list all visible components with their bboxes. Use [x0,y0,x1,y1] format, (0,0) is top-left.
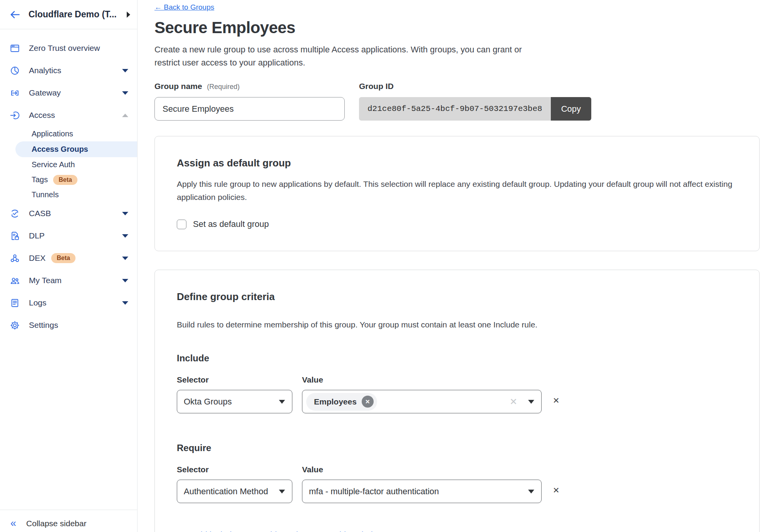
remove-require-rule-icon[interactable]: ✕ [553,486,560,494]
chevron-right-icon[interactable] [127,12,130,18]
include-selector-dropdown[interactable]: Okta Groups [177,390,292,413]
include-heading: Include [177,353,737,364]
beta-badge: Beta [53,175,77,185]
sidebar-item-tunnels[interactable]: Tunnels [0,187,137,202]
require-value-label: Value [302,465,542,474]
chevron-down-icon [528,490,534,493]
pie-chart-icon [10,65,20,76]
chevron-down-icon [528,400,534,404]
gear-icon [10,320,20,331]
sidebar-item-label: Logs [29,298,113,307]
add-require-link[interactable]: + Add require [255,530,305,532]
criteria-body: Build rules to determine membership of t… [177,318,737,331]
sidebar-item-settings[interactable]: Settings [0,314,137,336]
sidebar-item-label: Gateway [29,88,113,97]
page-description: Create a new rule group to use across mu… [154,43,536,69]
sidebar-nav: Zero Trust overview Analytics Gateway Ac… [0,29,137,510]
group-name-input[interactable] [154,97,345,121]
add-rule-links: + Add include + Add require + Add exclud… [177,530,737,532]
default-group-heading: Assign as default group [177,157,737,169]
sidebar-item-my-team[interactable]: My Team [0,269,137,292]
add-exclude-link[interactable]: + Add exclude [324,530,377,532]
default-group-card: Assign as default group Apply this rule … [154,136,760,251]
require-rule-row: Selector Authentication Method Value mfa… [177,465,737,503]
chevron-down-icon [279,400,285,404]
chevron-down-icon [279,490,285,493]
criteria-card: Define group criteria Build rules to det… [154,270,760,532]
sidebar-item-dex[interactable]: DEX Beta [0,247,137,269]
set-default-group-checkbox-row[interactable]: Set as default group [177,219,737,229]
chevron-down-icon[interactable] [122,279,128,282]
document-lock-icon [10,231,20,241]
include-selector-label: Selector [177,375,292,384]
set-default-group-checkbox[interactable] [177,220,186,229]
chevron-down-icon[interactable] [122,91,128,95]
sidebar-item-applications[interactable]: Applications [0,126,137,141]
require-selector-value: Authentication Method [184,487,268,497]
sidebar-item-label: Settings [29,321,128,330]
sidebar-item-label: My Team [29,276,113,285]
copy-button[interactable]: Copy [551,97,591,121]
chevron-down-icon[interactable] [122,301,128,305]
back-to-groups-link[interactable]: ← Back to Groups [154,3,214,12]
sidebar: Cloudflare Demo (T... Zero Trust overvie… [0,0,138,532]
page-title: Secure Employees [154,18,760,37]
sidebar-subitem-label: Access Groups [32,145,88,154]
logs-list-icon [10,298,20,308]
require-selector-label: Selector [177,465,292,474]
require-value-dropdown[interactable]: mfa - multiple-factor authentication [302,480,542,503]
sidebar-subitem-label: Service Auth [32,160,75,169]
account-switcher[interactable]: Cloudflare Demo (T... [0,0,137,29]
name-id-row: Group name (Required) Group ID d21ce80f-… [154,82,760,121]
include-value-label: Value [302,375,542,384]
remove-include-rule-icon[interactable]: ✕ [553,396,560,404]
sidebar-item-access[interactable]: Access [0,104,137,126]
main-content: ← Back to Groups Secure Employees Create… [138,0,770,532]
sidebar-item-label: Zero Trust overview [29,44,128,53]
clear-values-icon[interactable]: ✕ [510,397,517,406]
remove-tag-icon[interactable]: ✕ [362,396,374,408]
sidebar-subitem-label: Applications [32,129,73,138]
chevron-down-icon[interactable] [122,234,128,238]
chevron-down-icon[interactable] [122,69,128,72]
back-arrow-icon[interactable] [9,9,21,20]
sidebar-subitem-label: Tags [32,175,48,184]
network-nodes-icon [10,253,20,263]
include-selector-value: Okta Groups [184,397,232,407]
include-rule-row: Selector Okta Groups Value Employees ✕ ✕ [177,375,737,413]
sidebar-item-zero-trust-overview[interactable]: Zero Trust overview [0,37,137,59]
casb-icon [10,208,20,219]
sidebar-item-casb[interactable]: CASB [0,202,137,225]
require-selector-dropdown[interactable]: Authentication Method [177,480,292,503]
chevron-down-icon[interactable] [122,257,128,260]
collapse-sidebar-label: Collapse sidebar [26,519,86,528]
sidebar-item-service-auth[interactable]: Service Auth [0,157,137,172]
team-icon [10,275,20,286]
criteria-heading: Define group criteria [177,291,737,303]
chevron-down-icon[interactable] [122,212,128,215]
sidebar-item-label: CASB [29,209,113,218]
add-include-link[interactable]: + Add include [185,530,237,532]
sidebar-item-label: Analytics [29,66,113,75]
sidebar-item-label: DLP [29,231,113,240]
collapse-sidebar-button[interactable]: « Collapse sidebar [0,510,137,532]
account-name[interactable]: Cloudflare Demo (T... [29,9,119,20]
sidebar-item-tags[interactable]: Tags Beta [0,172,137,187]
sidebar-item-label: Access [29,111,113,120]
sidebar-item-analytics[interactable]: Analytics [0,59,137,82]
group-name-field: Group name (Required) [154,82,345,121]
beta-badge: Beta [51,253,75,263]
sidebar-item-access-groups[interactable]: Access Groups [15,141,137,157]
sidebar-item-dlp[interactable]: DLP [0,225,137,247]
sidebar-item-gateway[interactable]: Gateway [0,82,137,104]
group-id-label: Group ID [359,82,591,91]
sidebar-item-label: DEX Beta [29,253,113,263]
gateway-icon [10,88,20,98]
default-group-body: Apply this rule group to new application… [177,178,737,204]
chevron-up-icon[interactable] [122,114,128,117]
include-value-multiselect[interactable]: Employees ✕ ✕ [302,390,542,413]
sidebar-subitem-label: Tunnels [32,190,59,199]
group-name-label: Group name [154,82,202,91]
sidebar-item-logs[interactable]: Logs [0,292,137,314]
value-tag-text: Employees [314,397,357,406]
